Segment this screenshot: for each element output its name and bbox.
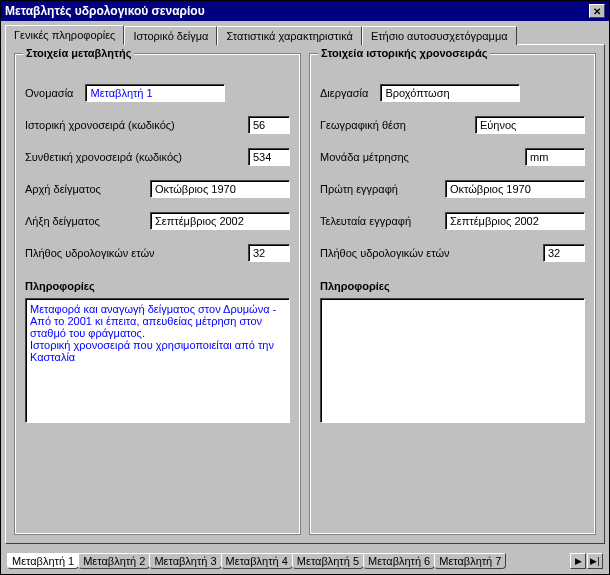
years-label-right: Πλήθος υδρολογικών ετών: [320, 247, 450, 259]
top-tabstrip: Γενικές πληροφορίες Ιστορικό δείγμα Στατ…: [1, 21, 609, 44]
geo-input[interactable]: [475, 116, 585, 134]
btab-var5[interactable]: Μεταβλητή 5: [292, 553, 364, 569]
titlebar: Μεταβλητές υδρολογικού σεναρίου ✕: [1, 1, 609, 21]
last-record-input[interactable]: [445, 212, 585, 230]
main-window: Μεταβλητές υδρολογικού σεναρίου ✕ Γενικέ…: [0, 0, 610, 575]
synth-code-label: Συνθετική χρονοσειρά (κωδικός): [25, 151, 182, 163]
name-label: Ονομασία: [25, 87, 73, 99]
years-input-right[interactable]: [543, 244, 585, 262]
tab-panel: Στοιχεία μεταβλητής Ονομασία Ιστορική χρ…: [5, 44, 605, 544]
info-label-left: Πληροφορίες: [25, 280, 290, 292]
tab-statistics[interactable]: Στατιστικά χαρακτηριστικά: [217, 26, 361, 45]
btab-var7[interactable]: Μεταβλητή 7: [434, 553, 506, 569]
timeseries-legend: Στοιχεία ιστορικής χρονοσειράς: [318, 47, 490, 59]
btab-var2[interactable]: Μεταβλητή 2: [78, 553, 150, 569]
last-record-label: Τελευταία εγγραφή: [320, 215, 411, 227]
close-icon: ✕: [593, 6, 601, 17]
sample-end-input[interactable]: [150, 212, 290, 230]
first-record-label: Πρώτη εγγραφή: [320, 183, 398, 195]
window-title: Μεταβλητές υδρολογικού σεναρίου: [5, 4, 205, 18]
btab-var3[interactable]: Μεταβλητή 3: [149, 553, 221, 569]
years-input[interactable]: [248, 244, 290, 262]
hist-code-label: Ιστορική χρονοσειρά (κωδικός): [25, 119, 175, 131]
info-textarea-right[interactable]: [320, 298, 585, 423]
unit-label: Μονάδα μέτρησης: [320, 151, 409, 163]
btab-var4[interactable]: Μεταβλητή 4: [221, 553, 293, 569]
nav-end-button[interactable]: ▶|: [587, 553, 603, 569]
name-input[interactable]: [85, 84, 225, 102]
tab-general[interactable]: Γενικές πληροφορίες: [5, 25, 124, 45]
sample-start-input[interactable]: [150, 180, 290, 198]
hist-code-input[interactable]: [248, 116, 290, 134]
tab-autocorrelogram[interactable]: Ετήσιο αυτοσυσχετόγραμμα: [362, 26, 517, 45]
variable-legend: Στοιχεία μεταβλητής: [23, 47, 134, 59]
btab-var1[interactable]: Μεταβλητή 1: [7, 553, 79, 569]
first-record-input[interactable]: [445, 180, 585, 198]
info-label-right: Πληροφορίες: [320, 280, 585, 292]
process-label: Διεργασία: [320, 87, 368, 99]
info-textarea-left[interactable]: [25, 298, 290, 423]
synth-code-input[interactable]: [248, 148, 290, 166]
chevron-end-icon: ▶|: [590, 556, 599, 566]
unit-input[interactable]: [525, 148, 585, 166]
chevron-right-icon: ▶: [575, 556, 582, 566]
bottom-tabstrip: Μεταβλητή 1 Μεταβλητή 2 Μεταβλητή 3 Μετα…: [7, 552, 603, 570]
tab-historical[interactable]: Ιστορικό δείγμα: [124, 26, 217, 45]
close-button[interactable]: ✕: [589, 4, 605, 18]
timeseries-groupbox: Στοιχεία ιστορικής χρονοσειράς Διεργασία…: [309, 53, 596, 535]
sample-end-label: Λήξη δείγματος: [25, 215, 100, 227]
variable-groupbox: Στοιχεία μεταβλητής Ονομασία Ιστορική χρ…: [14, 53, 301, 535]
btab-var6[interactable]: Μεταβλητή 6: [363, 553, 435, 569]
years-label: Πλήθος υδρολογικών ετών: [25, 247, 155, 259]
process-input[interactable]: [380, 84, 520, 102]
geo-label: Γεωγραφική θέση: [320, 119, 406, 131]
sample-start-label: Αρχή δείγματος: [25, 183, 101, 195]
nav-right-button[interactable]: ▶: [570, 553, 586, 569]
